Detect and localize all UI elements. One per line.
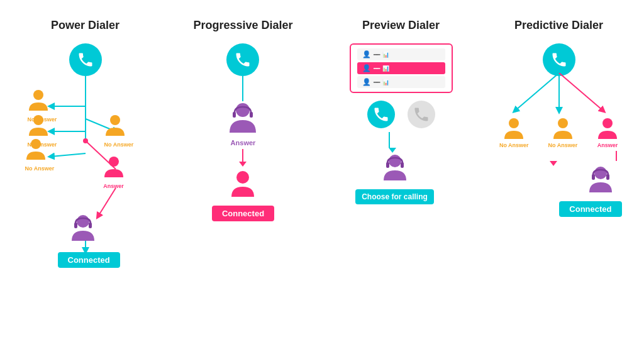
svg-line-26: [559, 73, 603, 111]
preview-choose-badge: Choose for calling: [355, 189, 434, 204]
predictive-people-row: No Answer No Answer Answer: [490, 117, 628, 148]
progressive-connected-badge: Connected: [212, 206, 274, 221]
preview-phone-row: [367, 101, 435, 128]
progressive-pink-person: [229, 169, 257, 202]
svg-rect-16: [89, 223, 92, 228]
power-no-answer-3: No Answer: [25, 138, 55, 172]
predictive-dialer-title: Predictive Dialer: [514, 19, 603, 32]
svg-point-10: [33, 115, 43, 125]
server-row-2: 👤 ━━ 📊: [357, 62, 445, 74]
power-dialer-section: Power Dialer: [16, 19, 155, 289]
svg-point-6: [83, 138, 88, 143]
progressive-dialer-section: Progressive Dialer Answer: [174, 19, 313, 221]
svg-point-28: [558, 118, 568, 128]
pred-answer-person: Answer: [597, 117, 618, 148]
svg-rect-18: [233, 112, 236, 118]
pred-arrow-down: [490, 151, 628, 166]
preview-dialer-title: Preview Dialer: [362, 19, 440, 32]
power-dialer-title: Power Dialer: [51, 19, 119, 32]
predictive-diagram: No Answer No Answer Answer: [490, 43, 628, 217]
svg-point-30: [594, 167, 607, 179]
svg-line-7: [98, 188, 116, 216]
svg-line-24: [515, 73, 559, 111]
prog-arrow: [239, 149, 247, 167]
svg-point-27: [509, 118, 519, 128]
prog-line-1: [242, 76, 243, 101]
preview-diagram: 👤 ━━ 📊 👤 ━━ 📊 👤 ━━ 📊: [338, 43, 464, 204]
preview-arrow-down: [389, 132, 396, 153]
main-container: Power Dialer: [0, 0, 644, 337]
svg-point-12: [110, 115, 120, 125]
svg-rect-22: [386, 162, 389, 168]
preview-gray-phone: [408, 101, 435, 128]
svg-rect-19: [250, 112, 253, 118]
predictive-lines: [496, 73, 622, 123]
svg-point-17: [236, 103, 250, 117]
predictive-connected-badge: Connected: [559, 201, 621, 217]
preview-server-stack: 👤 ━━ 📊 👤 ━━ 📊 👤 ━━ 📊: [350, 43, 453, 93]
svg-rect-32: [606, 174, 609, 180]
svg-point-9: [33, 90, 43, 100]
svg-point-13: [109, 157, 119, 167]
predictive-agent: [587, 165, 614, 197]
power-answer-person: Answer: [103, 155, 125, 189]
preview-cyan-phone: [367, 101, 395, 128]
pred-no-answer-1: No Answer: [499, 117, 529, 148]
progressive-answer-label: Answer: [227, 139, 258, 146]
power-no-answer-4: No Answer: [104, 114, 134, 148]
predictive-dialer-section: Predictive Dialer: [490, 19, 628, 217]
preview-agent: [381, 153, 409, 185]
preview-dialer-section: Preview Dialer 👤 ━━ 📊 👤 ━━ 📊 👤: [332, 19, 470, 204]
progressive-diagram: Answer Connected: [212, 43, 274, 221]
svg-point-11: [31, 139, 41, 149]
svg-line-3: [51, 153, 86, 157]
svg-point-21: [389, 155, 401, 167]
predictive-phone-icon: [543, 43, 575, 76]
svg-point-29: [602, 118, 613, 128]
svg-rect-15: [74, 223, 77, 228]
progressive-dialer-title: Progressive Dialer: [193, 19, 292, 32]
svg-point-20: [236, 171, 249, 184]
progressive-phone-icon: [226, 43, 259, 76]
server-row-1: 👤 ━━ 📊: [357, 48, 445, 60]
svg-rect-23: [401, 162, 404, 168]
power-phone-icon: [69, 43, 102, 76]
power-agent-icon: [69, 213, 97, 246]
power-connected-badge: Connected: [58, 248, 120, 268]
progressive-agent: Answer: [227, 101, 258, 146]
svg-rect-31: [592, 174, 595, 180]
server-row-3: 👤 ━━ 📊: [357, 76, 445, 88]
pred-no-answer-2: No Answer: [548, 117, 578, 148]
svg-point-14: [77, 215, 89, 228]
